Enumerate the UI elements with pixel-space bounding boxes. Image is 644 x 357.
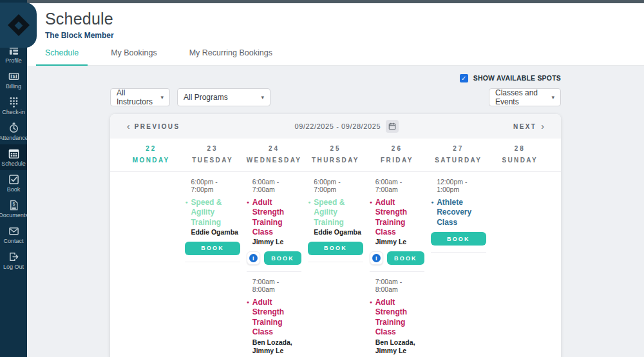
book-button[interactable]: BOOK [185, 242, 240, 255]
tab-my-recurring-bookings[interactable]: My Recurring Bookings [180, 48, 281, 66]
date-range-group: 09/22/2025 - 09/28/2025 [294, 120, 399, 133]
event-name: ● Adult Strength Training Class [375, 198, 424, 237]
browser-top-strip [0, 0, 644, 3]
event-instructors: Eddie Ogamba [314, 228, 363, 237]
chevron-down-icon: ▾ [261, 94, 264, 101]
tab-schedule[interactable]: Schedule [36, 48, 88, 66]
instructors-select[interactable]: All Instructors ▾ [110, 88, 170, 106]
filters-left: All Instructors ▾ All Programs ▾ [110, 88, 270, 106]
sidebar-item-contact[interactable]: Contact [0, 222, 27, 247]
program-color-bullet-icon: ● [185, 200, 187, 206]
day-header-friday: 26 FRIDAY [366, 145, 428, 164]
event-instructors: Ben Lozada, Jimmy Le [252, 338, 301, 356]
chevron-down-icon: ▾ [160, 94, 164, 101]
event-actions: i BOOK [431, 232, 486, 246]
event-time: 7:00am - 8:00am [252, 278, 301, 293]
previous-week-button[interactable]: ‹ PREVIOUS [127, 121, 180, 131]
billing-icon: $ [0, 71, 27, 82]
app-logo[interactable] [0, 3, 37, 48]
cell-friday-2: 7:00am - 8:00am ● Adult Strength Trainin… [366, 272, 428, 357]
page-header: Schedule The Block Member Schedule My Bo… [27, 3, 644, 66]
cell-wednesday-2: 7:00am - 8:00am ● Adult Strength Trainin… [243, 272, 305, 357]
event-time: 6:00am - 7:00am [375, 178, 424, 193]
sidebar-item-checkin[interactable]: Check-in [0, 93, 27, 119]
show-available-spots-checkbox[interactable]: ✓ [460, 74, 468, 82]
page-title: Schedule [45, 10, 626, 28]
program-color-bullet-icon: ● [370, 200, 372, 206]
event-name: ● Speed & Agility Training [314, 198, 363, 227]
cell-tuesday-1: 6:00pm - 7:00pm ● Speed & Agility Traini… [182, 172, 243, 262]
sidebar-item-schedule[interactable]: Schedule [0, 144, 27, 170]
date-range: 09/22/2025 - 09/28/2025 [294, 122, 381, 130]
sidebar-item-label: Billing [6, 83, 21, 90]
logout-icon [0, 251, 27, 262]
event-instructors: Ben Lozada, Jimmy Le [375, 338, 424, 356]
sidebar-item-book[interactable]: Book [0, 170, 27, 196]
event-name: ● Speed & Agility Training [191, 198, 240, 227]
event-name: ● Adult Strength Training Class [252, 298, 301, 337]
sidebar-item-label: Schedule [1, 160, 26, 167]
event-instructors: Jimmy Le [375, 238, 424, 247]
cell-friday-1: 6:00am - 7:00am ● Adult Strength Trainin… [366, 172, 428, 272]
event-time: 12:00pm - 1:00pm [437, 178, 486, 193]
day-header-sunday: 28 SUNDAY [489, 145, 551, 164]
event-name: ● Adult Strength Training Class [375, 298, 424, 337]
program-color-bullet-icon: ● [247, 200, 249, 206]
info-icon[interactable]: i [247, 251, 260, 265]
book-button[interactable]: BOOK [308, 242, 363, 255]
svg-text:$: $ [12, 202, 15, 207]
sidebar-item-attendance[interactable]: Attendance [0, 119, 27, 144]
event-actions: i BOOK [370, 251, 424, 265]
days-header: 22 MONDAY 23 TUESDAY 24 WEDNESDAY 25 THU… [110, 139, 561, 172]
day-header-wednesday: 24 WEDNESDAY [243, 145, 305, 164]
event-time: 6:00pm - 7:00pm [314, 178, 363, 193]
event-time: 6:00pm - 7:00pm [191, 178, 240, 193]
sidebar-item-label: Book [7, 186, 21, 193]
sidebar-item-label: Check-in [2, 109, 25, 115]
programs-select[interactable]: All Programs ▾ [177, 88, 270, 106]
event-card: 6:00pm - 7:00pm ● Speed & Agility Traini… [185, 172, 240, 262]
book-button[interactable]: BOOK [387, 251, 424, 265]
sidebar-nav: Profile $ Billing Check-in Attendance Sc… [0, 41, 27, 273]
schedule-icon [0, 148, 27, 159]
documents-icon: $ [0, 200, 27, 211]
sidebar-item-logout[interactable]: Log Out [0, 247, 27, 273]
schedule-card: ‹ PREVIOUS 09/22/2025 - 09/28/2025 NEXT … [110, 114, 561, 357]
sidebar-item-label: Contact [3, 238, 23, 244]
book-icon [0, 174, 27, 185]
member-name: The Block Member [45, 31, 626, 40]
event-card: 6:00am - 7:00am ● Adult Strength Trainin… [247, 172, 301, 272]
tab-my-bookings[interactable]: My Bookings [102, 48, 166, 66]
diamond-logo-icon [8, 14, 30, 36]
filters-row: All Instructors ▾ All Programs ▾ Classes… [110, 88, 561, 106]
event-actions: i BOOK [308, 242, 363, 255]
show-available-spots-label: SHOW AVAILABLE SPOTS [473, 74, 561, 82]
sidebar-item-label: Documents [0, 212, 27, 218]
schedule-row-2: 7:00am - 8:00am ● Adult Strength Trainin… [110, 272, 561, 357]
attendance-icon [0, 122, 27, 133]
programs-select-value: All Programs [184, 93, 228, 102]
week-nav-bar: ‹ PREVIOUS 09/22/2025 - 09/28/2025 NEXT … [110, 114, 561, 139]
cell-thursday-1: 6:00pm - 7:00pm ● Speed & Agility Traini… [305, 172, 366, 262]
event-card: 12:00pm - 1:00pm ● Athlete Recovery Clas… [431, 172, 486, 253]
book-button[interactable]: BOOK [431, 232, 486, 246]
event-type-select[interactable]: Classes and Events ▾ [489, 88, 561, 106]
cell-saturday-1: 12:00pm - 1:00pm ● Athlete Recovery Clas… [428, 172, 489, 253]
instructors-select-value: All Instructors [117, 88, 155, 106]
content: ✓ SHOW AVAILABLE SPOTS All Instructors ▾… [27, 66, 644, 357]
sidebar-item-billing[interactable]: $ Billing [0, 67, 27, 93]
event-name: ● Athlete Recovery Class [437, 198, 486, 227]
event-time: 6:00am - 7:00am [252, 178, 301, 193]
sidebar-item-label: Profile [5, 57, 22, 64]
book-button[interactable]: BOOK [264, 251, 301, 265]
next-week-button[interactable]: NEXT › [513, 121, 544, 131]
event-actions: i BOOK [185, 242, 240, 255]
day-header-monday: 22 MONDAY [120, 145, 182, 164]
event-instructors: Eddie Ogamba [191, 228, 240, 237]
day-header-thursday: 25 THURSDAY [305, 145, 366, 164]
calendar-icon[interactable] [386, 120, 399, 133]
schedule-row-1: 6:00pm - 7:00pm ● Speed & Agility Traini… [110, 172, 561, 272]
info-icon[interactable]: i [370, 251, 383, 265]
sidebar-item-documents[interactable]: $ Documents [0, 196, 27, 222]
sidebar-item-label: Attendance [0, 135, 27, 141]
